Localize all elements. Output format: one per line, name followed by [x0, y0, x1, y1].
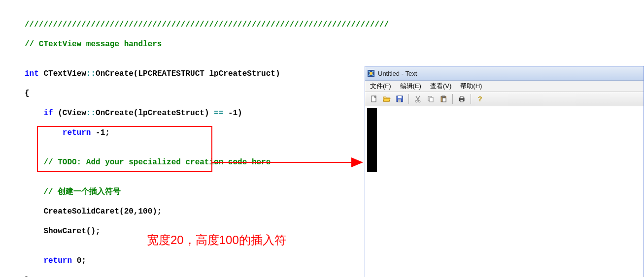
copy-icon: [427, 95, 435, 103]
svg-rect-13: [442, 98, 446, 102]
menu-view[interactable]: 查看(V): [428, 81, 453, 92]
client-area[interactable]: [365, 106, 644, 277]
toolbar-separator: [408, 94, 409, 104]
app-window: Untitled - Text 文件(F) 编辑(E) 查看(V) 帮助(H): [365, 66, 644, 277]
code-call1-scope: ::: [86, 109, 96, 118]
code-ret0: 0: [77, 256, 82, 265]
paste-icon: [440, 95, 447, 103]
code-neg1: -1: [228, 109, 237, 118]
code-createsolidcaret: CreateSolidCaret: [43, 207, 119, 216]
code-todo-comment: // TODO: Add your specialized creation c…: [43, 158, 271, 167]
code-param-name: lpCreateStruct: [209, 69, 275, 78]
code-call1-arg: lpCreateStruct: [138, 109, 204, 118]
code-if-kw: if: [43, 109, 53, 118]
annotation-caption: 宽度20，高度100的插入符: [147, 232, 286, 248]
new-file-icon: [370, 95, 378, 103]
toolbar-separator: [452, 94, 453, 104]
svg-rect-10: [430, 97, 433, 102]
svg-rect-15: [460, 96, 463, 98]
code-separator: ////////////////////////////////////////…: [25, 20, 389, 29]
svg-point-7: [415, 100, 417, 102]
toolbar-separator: [471, 94, 471, 104]
menu-edit[interactable]: 编辑(E): [398, 81, 423, 92]
code-open-brace: {: [25, 89, 30, 98]
code-handler-comment: // CTextView message handlers: [25, 40, 162, 49]
code-return-kw2: return: [43, 256, 72, 265]
menu-file[interactable]: 文件(F): [368, 81, 393, 92]
open-file-button[interactable]: [381, 93, 393, 105]
svg-rect-5: [398, 96, 402, 98]
print-button[interactable]: [456, 93, 468, 105]
svg-point-8: [418, 100, 420, 102]
help-button[interactable]: ?: [474, 93, 486, 105]
code-class: CTextView: [43, 69, 86, 78]
save-icon: [396, 95, 404, 103]
code-call1-class: CView: [63, 109, 86, 118]
window-title: Untitled - Text: [378, 70, 417, 77]
svg-point-2: [370, 72, 373, 75]
code-showcaret: ShowCaret: [43, 227, 86, 236]
new-file-button[interactable]: [368, 93, 380, 105]
code-method: OnCreate: [96, 69, 134, 78]
app-icon: [367, 69, 375, 77]
svg-text:?: ?: [478, 95, 482, 103]
code-scope-op: ::: [86, 69, 96, 78]
print-icon: [458, 95, 466, 103]
svg-rect-12: [442, 96, 445, 97]
menu-help[interactable]: 帮助(H): [458, 81, 484, 92]
text-caret: [367, 108, 377, 172]
cut-button[interactable]: [412, 93, 424, 105]
titlebar[interactable]: Untitled - Text: [365, 66, 644, 81]
code-param-type: LPCREATESTRUCT: [138, 69, 204, 78]
code-csc-arg1: 20: [124, 207, 134, 216]
cut-icon: [414, 95, 422, 103]
code-eqeq: ==: [214, 109, 223, 118]
toolbar: ?: [365, 92, 644, 106]
copy-button[interactable]: [425, 93, 437, 105]
code-csc-arg2: 100: [138, 207, 152, 216]
code-ret-type: int: [25, 69, 39, 78]
menubar: 文件(F) 编辑(E) 查看(V) 帮助(H): [365, 81, 644, 92]
code-retneg1: -1: [96, 128, 105, 137]
svg-rect-6: [398, 99, 401, 102]
code-return-kw: return: [63, 128, 91, 137]
open-folder-icon: [383, 95, 391, 103]
code-caret-comment: // 创建一个插入符号: [43, 187, 121, 196]
svg-rect-16: [460, 100, 463, 102]
help-icon: ?: [476, 95, 484, 103]
save-button[interactable]: [394, 93, 406, 105]
code-call1-method: OnCreate: [96, 109, 134, 118]
paste-button[interactable]: [438, 93, 449, 105]
